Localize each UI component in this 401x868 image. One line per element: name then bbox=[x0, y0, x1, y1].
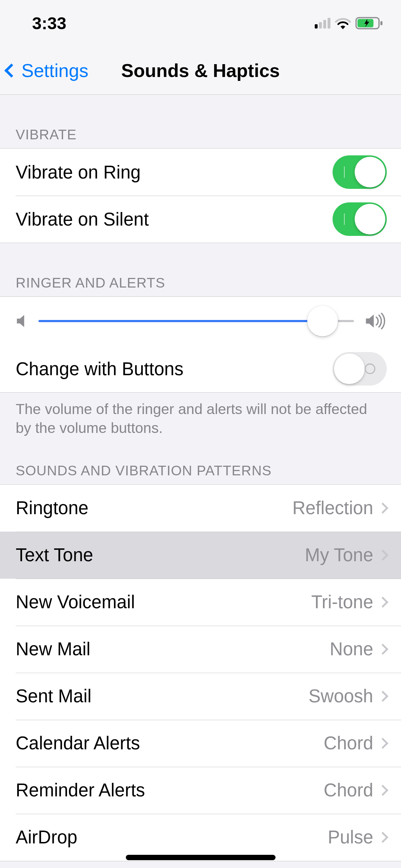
row-pattern[interactable]: AirDropPulse bbox=[0, 814, 401, 861]
group-vibrate: Vibrate on Ring Vibrate on Silent bbox=[0, 148, 401, 243]
group-ringer: Change with Buttons bbox=[0, 296, 401, 393]
chevron-left-icon bbox=[4, 63, 19, 78]
battery-charging-icon bbox=[355, 16, 383, 30]
row-label: New Mail bbox=[16, 639, 91, 660]
chevron-right-icon bbox=[377, 549, 388, 560]
volume-slider[interactable] bbox=[38, 320, 354, 322]
row-value: Chord bbox=[324, 733, 373, 754]
back-label: Settings bbox=[21, 60, 88, 81]
chevron-right-icon bbox=[377, 502, 388, 513]
row-value: Tri-tone bbox=[311, 591, 373, 613]
row-pattern[interactable]: Calendar AlertsChord bbox=[0, 720, 401, 767]
row-change-with-buttons[interactable]: Change with Buttons bbox=[0, 345, 401, 392]
cell-signal-icon bbox=[315, 18, 330, 29]
row-pattern[interactable]: Sent MailSwoosh bbox=[0, 673, 401, 720]
row-label: Reminder Alerts bbox=[16, 780, 145, 801]
section-header-patterns: SOUNDS AND VIBRATION PATTERNS bbox=[0, 443, 401, 484]
back-button[interactable]: Settings bbox=[0, 60, 88, 81]
row-label: Sent Mail bbox=[16, 686, 92, 707]
row-pattern[interactable]: Text ToneMy Tone bbox=[0, 532, 401, 579]
row-label: AirDrop bbox=[16, 827, 77, 848]
row-pattern[interactable]: Reminder AlertsChord bbox=[0, 767, 401, 814]
row-pattern[interactable]: New MailNone bbox=[0, 626, 401, 673]
row-ringer-volume[interactable] bbox=[0, 297, 401, 345]
home-indicator[interactable] bbox=[126, 855, 276, 860]
row-label: New Voicemail bbox=[16, 591, 135, 613]
group-patterns: RingtoneReflectionText ToneMy ToneNew Vo… bbox=[0, 484, 401, 861]
row-value: Swoosh bbox=[309, 686, 373, 707]
row-value: None bbox=[330, 639, 373, 660]
chevron-right-icon bbox=[377, 738, 388, 749]
section-header-ringer: RINGER AND ALERTS bbox=[0, 243, 401, 296]
wifi-icon bbox=[335, 17, 351, 29]
row-pattern[interactable]: RingtoneReflection bbox=[0, 485, 401, 532]
row-vibrate-on-ring[interactable]: Vibrate on Ring bbox=[0, 149, 401, 196]
row-value: Reflection bbox=[292, 497, 373, 518]
chevron-right-icon bbox=[377, 832, 388, 843]
row-value: My Tone bbox=[305, 544, 373, 565]
row-label: Vibrate on Silent bbox=[16, 209, 149, 230]
status-bar: 3:33 bbox=[0, 0, 401, 46]
volume-low-icon bbox=[16, 314, 28, 329]
toggle-vibrate-on-silent[interactable] bbox=[333, 202, 387, 236]
status-icons bbox=[315, 16, 383, 30]
chevron-right-icon bbox=[377, 691, 388, 702]
row-vibrate-on-silent[interactable]: Vibrate on Silent bbox=[0, 196, 401, 243]
chevron-right-icon bbox=[377, 644, 388, 655]
chevron-right-icon bbox=[377, 596, 388, 608]
nav-bar: Settings Sounds & Haptics bbox=[0, 46, 401, 95]
page-title: Sounds & Haptics bbox=[121, 60, 280, 81]
row-label: Ringtone bbox=[16, 497, 88, 518]
toggle-vibrate-on-ring[interactable] bbox=[333, 155, 387, 189]
status-time: 3:33 bbox=[32, 14, 66, 33]
section-footer-ringer: The volume of the ringer and alerts will… bbox=[0, 393, 401, 443]
section-header-vibrate: VIBRATE bbox=[0, 95, 401, 148]
svg-rect-2 bbox=[380, 21, 382, 25]
row-label: Text Tone bbox=[16, 544, 93, 565]
row-label: Change with Buttons bbox=[16, 358, 184, 379]
chevron-right-icon bbox=[377, 785, 388, 796]
row-value: Chord bbox=[324, 780, 373, 801]
row-pattern[interactable]: New VoicemailTri-tone bbox=[0, 579, 401, 626]
volume-high-icon bbox=[365, 313, 387, 329]
slider-thumb[interactable] bbox=[307, 306, 338, 336]
toggle-change-with-buttons[interactable] bbox=[333, 352, 387, 386]
row-label: Vibrate on Ring bbox=[16, 162, 141, 183]
row-value: Pulse bbox=[328, 827, 373, 848]
row-label: Calendar Alerts bbox=[16, 733, 140, 754]
